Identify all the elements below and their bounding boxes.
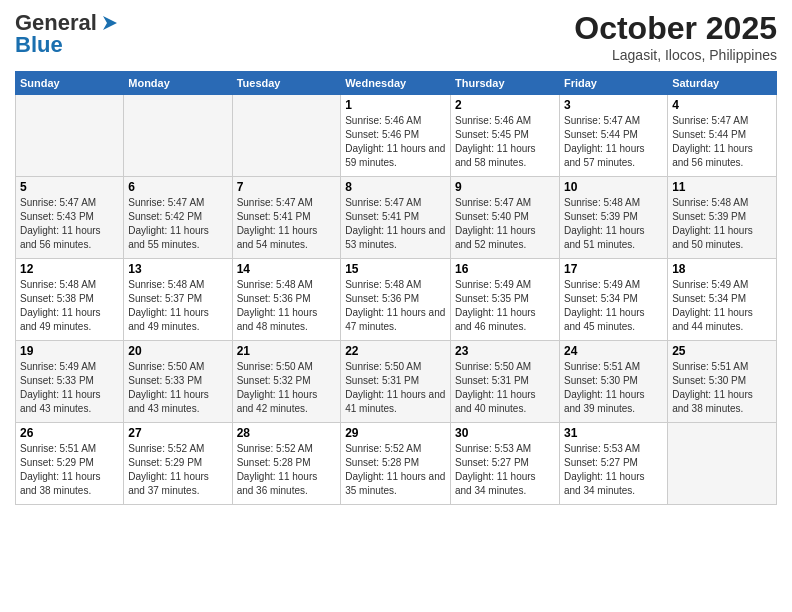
day-info: Sunrise: 5:48 AMSunset: 5:37 PMDaylight:… bbox=[128, 278, 227, 334]
calendar-cell: 25Sunrise: 5:51 AMSunset: 5:30 PMDayligh… bbox=[668, 341, 777, 423]
day-info: Sunrise: 5:47 AMSunset: 5:42 PMDaylight:… bbox=[128, 196, 227, 252]
day-number: 24 bbox=[564, 344, 663, 358]
calendar-cell: 31Sunrise: 5:53 AMSunset: 5:27 PMDayligh… bbox=[559, 423, 667, 505]
day-info: Sunrise: 5:48 AMSunset: 5:36 PMDaylight:… bbox=[237, 278, 337, 334]
day-number: 3 bbox=[564, 98, 663, 112]
calendar-cell: 5Sunrise: 5:47 AMSunset: 5:43 PMDaylight… bbox=[16, 177, 124, 259]
calendar-cell: 2Sunrise: 5:46 AMSunset: 5:45 PMDaylight… bbox=[451, 95, 560, 177]
weekday-header-sunday: Sunday bbox=[16, 72, 124, 95]
calendar-cell: 3Sunrise: 5:47 AMSunset: 5:44 PMDaylight… bbox=[559, 95, 667, 177]
calendar-cell: 10Sunrise: 5:48 AMSunset: 5:39 PMDayligh… bbox=[559, 177, 667, 259]
calendar-cell: 11Sunrise: 5:48 AMSunset: 5:39 PMDayligh… bbox=[668, 177, 777, 259]
calendar-cell: 27Sunrise: 5:52 AMSunset: 5:29 PMDayligh… bbox=[124, 423, 232, 505]
day-number: 6 bbox=[128, 180, 227, 194]
day-number: 14 bbox=[237, 262, 337, 276]
calendar-cell: 29Sunrise: 5:52 AMSunset: 5:28 PMDayligh… bbox=[341, 423, 451, 505]
calendar-cell: 12Sunrise: 5:48 AMSunset: 5:38 PMDayligh… bbox=[16, 259, 124, 341]
calendar-cell: 9Sunrise: 5:47 AMSunset: 5:40 PMDaylight… bbox=[451, 177, 560, 259]
calendar-table: SundayMondayTuesdayWednesdayThursdayFrid… bbox=[15, 71, 777, 505]
day-info: Sunrise: 5:51 AMSunset: 5:30 PMDaylight:… bbox=[672, 360, 772, 416]
calendar-cell: 21Sunrise: 5:50 AMSunset: 5:32 PMDayligh… bbox=[232, 341, 341, 423]
day-number: 19 bbox=[20, 344, 119, 358]
week-row-1: 1Sunrise: 5:46 AMSunset: 5:46 PMDaylight… bbox=[16, 95, 777, 177]
day-info: Sunrise: 5:49 AMSunset: 5:34 PMDaylight:… bbox=[564, 278, 663, 334]
calendar-cell bbox=[16, 95, 124, 177]
week-row-3: 12Sunrise: 5:48 AMSunset: 5:38 PMDayligh… bbox=[16, 259, 777, 341]
week-row-5: 26Sunrise: 5:51 AMSunset: 5:29 PMDayligh… bbox=[16, 423, 777, 505]
calendar-cell: 16Sunrise: 5:49 AMSunset: 5:35 PMDayligh… bbox=[451, 259, 560, 341]
day-info: Sunrise: 5:48 AMSunset: 5:38 PMDaylight:… bbox=[20, 278, 119, 334]
header: General Blue October 2025 Lagasit, Iloco… bbox=[15, 10, 777, 63]
day-info: Sunrise: 5:52 AMSunset: 5:28 PMDaylight:… bbox=[345, 442, 446, 498]
day-info: Sunrise: 5:52 AMSunset: 5:28 PMDaylight:… bbox=[237, 442, 337, 498]
week-row-4: 19Sunrise: 5:49 AMSunset: 5:33 PMDayligh… bbox=[16, 341, 777, 423]
day-number: 18 bbox=[672, 262, 772, 276]
title-area: October 2025 Lagasit, Ilocos, Philippine… bbox=[574, 10, 777, 63]
day-number: 11 bbox=[672, 180, 772, 194]
day-info: Sunrise: 5:49 AMSunset: 5:34 PMDaylight:… bbox=[672, 278, 772, 334]
calendar-cell: 8Sunrise: 5:47 AMSunset: 5:41 PMDaylight… bbox=[341, 177, 451, 259]
day-info: Sunrise: 5:53 AMSunset: 5:27 PMDaylight:… bbox=[455, 442, 555, 498]
day-info: Sunrise: 5:46 AMSunset: 5:45 PMDaylight:… bbox=[455, 114, 555, 170]
day-info: Sunrise: 5:47 AMSunset: 5:40 PMDaylight:… bbox=[455, 196, 555, 252]
calendar-cell: 13Sunrise: 5:48 AMSunset: 5:37 PMDayligh… bbox=[124, 259, 232, 341]
logo: General Blue bbox=[15, 10, 121, 58]
day-number: 5 bbox=[20, 180, 119, 194]
calendar-cell bbox=[232, 95, 341, 177]
calendar-cell: 22Sunrise: 5:50 AMSunset: 5:31 PMDayligh… bbox=[341, 341, 451, 423]
calendar-cell: 19Sunrise: 5:49 AMSunset: 5:33 PMDayligh… bbox=[16, 341, 124, 423]
day-number: 4 bbox=[672, 98, 772, 112]
day-number: 15 bbox=[345, 262, 446, 276]
day-info: Sunrise: 5:50 AMSunset: 5:31 PMDaylight:… bbox=[455, 360, 555, 416]
calendar-cell: 28Sunrise: 5:52 AMSunset: 5:28 PMDayligh… bbox=[232, 423, 341, 505]
day-info: Sunrise: 5:47 AMSunset: 5:41 PMDaylight:… bbox=[237, 196, 337, 252]
calendar-cell bbox=[124, 95, 232, 177]
day-number: 10 bbox=[564, 180, 663, 194]
day-number: 20 bbox=[128, 344, 227, 358]
day-info: Sunrise: 5:51 AMSunset: 5:30 PMDaylight:… bbox=[564, 360, 663, 416]
day-number: 28 bbox=[237, 426, 337, 440]
day-number: 26 bbox=[20, 426, 119, 440]
day-info: Sunrise: 5:46 AMSunset: 5:46 PMDaylight:… bbox=[345, 114, 446, 170]
calendar-cell: 24Sunrise: 5:51 AMSunset: 5:30 PMDayligh… bbox=[559, 341, 667, 423]
day-info: Sunrise: 5:49 AMSunset: 5:33 PMDaylight:… bbox=[20, 360, 119, 416]
day-info: Sunrise: 5:53 AMSunset: 5:27 PMDaylight:… bbox=[564, 442, 663, 498]
day-number: 7 bbox=[237, 180, 337, 194]
day-number: 27 bbox=[128, 426, 227, 440]
weekday-header-friday: Friday bbox=[559, 72, 667, 95]
calendar-cell: 17Sunrise: 5:49 AMSunset: 5:34 PMDayligh… bbox=[559, 259, 667, 341]
page: General Blue October 2025 Lagasit, Iloco… bbox=[0, 0, 792, 612]
day-number: 8 bbox=[345, 180, 446, 194]
day-info: Sunrise: 5:47 AMSunset: 5:41 PMDaylight:… bbox=[345, 196, 446, 252]
calendar-cell: 18Sunrise: 5:49 AMSunset: 5:34 PMDayligh… bbox=[668, 259, 777, 341]
day-number: 22 bbox=[345, 344, 446, 358]
weekday-header-saturday: Saturday bbox=[668, 72, 777, 95]
day-number: 12 bbox=[20, 262, 119, 276]
day-number: 29 bbox=[345, 426, 446, 440]
calendar-cell: 20Sunrise: 5:50 AMSunset: 5:33 PMDayligh… bbox=[124, 341, 232, 423]
day-info: Sunrise: 5:48 AMSunset: 5:39 PMDaylight:… bbox=[564, 196, 663, 252]
weekday-header-wednesday: Wednesday bbox=[341, 72, 451, 95]
calendar-cell: 14Sunrise: 5:48 AMSunset: 5:36 PMDayligh… bbox=[232, 259, 341, 341]
calendar-cell: 4Sunrise: 5:47 AMSunset: 5:44 PMDaylight… bbox=[668, 95, 777, 177]
day-number: 31 bbox=[564, 426, 663, 440]
logo-blue: Blue bbox=[15, 32, 63, 58]
week-row-2: 5Sunrise: 5:47 AMSunset: 5:43 PMDaylight… bbox=[16, 177, 777, 259]
day-number: 30 bbox=[455, 426, 555, 440]
day-number: 16 bbox=[455, 262, 555, 276]
day-info: Sunrise: 5:50 AMSunset: 5:33 PMDaylight:… bbox=[128, 360, 227, 416]
day-number: 1 bbox=[345, 98, 446, 112]
weekday-header-monday: Monday bbox=[124, 72, 232, 95]
day-number: 9 bbox=[455, 180, 555, 194]
weekday-header-row: SundayMondayTuesdayWednesdayThursdayFrid… bbox=[16, 72, 777, 95]
calendar-cell: 26Sunrise: 5:51 AMSunset: 5:29 PMDayligh… bbox=[16, 423, 124, 505]
day-number: 21 bbox=[237, 344, 337, 358]
calendar-cell bbox=[668, 423, 777, 505]
day-number: 13 bbox=[128, 262, 227, 276]
day-info: Sunrise: 5:47 AMSunset: 5:43 PMDaylight:… bbox=[20, 196, 119, 252]
day-info: Sunrise: 5:48 AMSunset: 5:36 PMDaylight:… bbox=[345, 278, 446, 334]
day-number: 23 bbox=[455, 344, 555, 358]
day-info: Sunrise: 5:50 AMSunset: 5:32 PMDaylight:… bbox=[237, 360, 337, 416]
location: Lagasit, Ilocos, Philippines bbox=[574, 47, 777, 63]
day-number: 2 bbox=[455, 98, 555, 112]
